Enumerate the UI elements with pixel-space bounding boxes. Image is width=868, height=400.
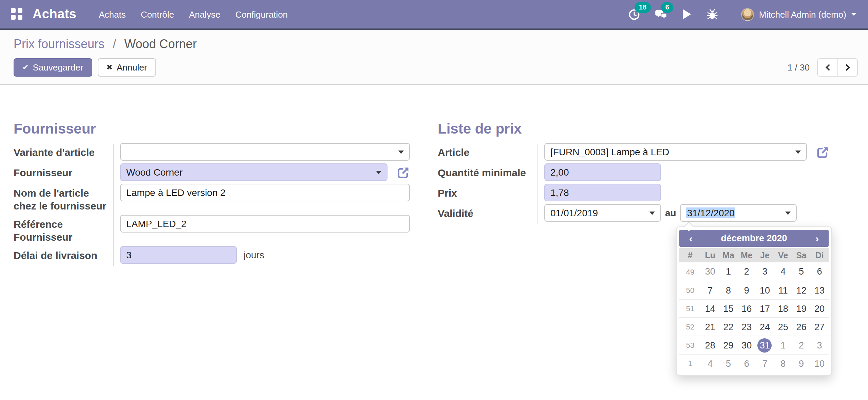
delay-input[interactable]: 3 (120, 246, 237, 264)
vendor-select[interactable]: Wood Corner (120, 163, 388, 181)
date-start-input[interactable]: 01/01/2019 (544, 204, 661, 222)
breadcrumb-current: Wood Corner (124, 37, 196, 51)
apps-menu-icon[interactable] (11, 8, 23, 20)
datepicker-weekday-row: #LuMaMeJeVeSaDi (679, 248, 829, 262)
calendar-day[interactable]: 21 (701, 320, 719, 334)
calendar-day[interactable]: 24 (756, 320, 774, 334)
date-end-input[interactable]: 31/12/2020 (680, 204, 797, 222)
calendar-day[interactable]: 3 (810, 338, 829, 352)
label-validite: Validité (438, 204, 537, 222)
calendar-day[interactable]: 9 (792, 356, 811, 371)
price-input[interactable]: 1,78 (544, 184, 661, 201)
app-brand[interactable]: Achats (33, 7, 76, 22)
calendar-day[interactable]: 6 (810, 264, 829, 279)
save-button[interactable]: ✔ Sauvegarder (14, 58, 92, 77)
calendar-day[interactable]: 30 (701, 264, 719, 279)
calendar-day[interactable]: 2 (792, 338, 811, 352)
activities-button[interactable]: 18 (621, 8, 648, 20)
calendar-week-row: 49 30 1 2 3 4 5 6 (679, 262, 829, 281)
calendar-day[interactable]: 15 (719, 301, 738, 316)
calendar-day[interactable]: 10 (756, 283, 774, 297)
calendar-day[interactable]: 6 (737, 356, 756, 371)
product-select[interactable]: [FURN_0003] Lampe à LED (544, 143, 807, 161)
calendar-day[interactable]: 30 (737, 338, 756, 352)
calendar-day[interactable]: 28 (701, 338, 719, 352)
breadcrumb-separator: / (113, 37, 116, 51)
variant-select[interactable] (120, 143, 410, 161)
calendar-day[interactable]: 25 (774, 320, 792, 334)
calendar-day[interactable]: 13 (810, 283, 829, 297)
calendar-day[interactable]: 20 (810, 301, 829, 316)
calendar-day[interactable]: 7 (701, 283, 719, 297)
calendar-day[interactable]: 8 (774, 356, 792, 371)
debug-button[interactable] (699, 8, 726, 20)
calendar-day[interactable]: 9 (737, 283, 756, 297)
calendar-day[interactable]: 5 (719, 356, 738, 371)
pager-previous-button[interactable] (818, 59, 837, 76)
menu-controle[interactable]: Contrôle (133, 0, 182, 28)
calendar-week-row: 51 14 15 16 17 18 19 20 (679, 299, 829, 317)
cancel-button[interactable]: ✖ Annuler (97, 58, 156, 77)
calendar-day[interactable]: 4 (774, 264, 792, 279)
dropdown-caret-icon (376, 171, 381, 174)
pager-value[interactable]: 1 / 30 (788, 62, 810, 73)
datepicker-prev-button[interactable]: ‹ (679, 230, 702, 247)
datepicker-month-label[interactable]: décembre 2020 (702, 233, 806, 243)
calendar-day[interactable]: 11 (774, 283, 792, 297)
vendor-external-link-button[interactable] (397, 166, 410, 179)
calendar-day[interactable]: 4 (701, 356, 719, 371)
datepicker-next-button[interactable]: › (806, 230, 829, 247)
product-external-link-button[interactable] (816, 145, 829, 158)
delay-unit-label: jours (244, 249, 264, 260)
play-tutorial-button[interactable] (675, 9, 699, 20)
calendar-day[interactable]: 12 (792, 283, 811, 297)
breadcrumb: Prix fournisseurs / Wood Corner (14, 37, 858, 52)
calendar-day[interactable]: 10 (810, 356, 829, 371)
label-variante-article: Variante d'article (14, 143, 113, 161)
control-panel: Prix fournisseurs / Wood Corner ✔ Sauveg… (0, 30, 868, 85)
dropdown-caret-icon (398, 150, 404, 154)
pager-next-button[interactable] (837, 59, 857, 76)
product-name-input[interactable]: Lampe à LED version 2 (120, 184, 410, 201)
check-icon: ✔ (22, 63, 29, 72)
menu-configuration[interactable]: Configuration (228, 0, 295, 28)
min-qty-input[interactable]: 2,00 (544, 163, 661, 181)
group-liste-de-prix: Liste de prix Article [FURN_0003] Lampe … (438, 121, 868, 224)
chevron-right-icon (843, 64, 850, 71)
vendor-code-input[interactable]: LAMP_LED_2 (120, 215, 410, 233)
calendar-day[interactable]: 5 (792, 264, 811, 279)
label-nom-article-fournisseur: Nom de l'article chez le fournisseur (14, 184, 113, 212)
datepicker-header: ‹ décembre 2020 › (679, 230, 829, 247)
week-number: 52 (679, 323, 701, 331)
calendar-day[interactable]: 18 (774, 301, 792, 316)
systray: 18 6 (621, 8, 858, 21)
calendar-day[interactable]: 8 (719, 283, 738, 297)
calendar-day[interactable]: 19 (792, 301, 811, 316)
messages-button[interactable]: 6 (648, 8, 675, 20)
calendar-day[interactable]: 27 (810, 320, 829, 334)
date-range-separator: au (665, 207, 676, 218)
calendar-day[interactable]: 1 (774, 338, 792, 352)
calendar-day[interactable]: 7 (756, 356, 774, 371)
week-number: 49 (679, 267, 701, 276)
calendar-day[interactable]: 23 (737, 320, 756, 334)
user-menu[interactable]: Mitchell Admin (demo) (726, 8, 858, 21)
calendar-day[interactable]: 29 (719, 338, 738, 352)
calendar-day[interactable]: 2 (737, 264, 756, 279)
calendar-day[interactable]: 17 (756, 301, 774, 316)
group-title: Fournisseur (14, 121, 434, 137)
cross-icon: ✖ (106, 63, 112, 72)
breadcrumb-parent[interactable]: Prix fournisseurs (14, 37, 105, 51)
calendar-day[interactable]: 14 (701, 301, 719, 316)
calendar-day[interactable]: 3 (756, 264, 774, 279)
menu-achats[interactable]: Achats (91, 0, 133, 28)
play-triangle-icon (682, 9, 692, 20)
calendar-day[interactable]: 22 (719, 320, 738, 334)
group-fournisseur: Fournisseur Variante d'article Fournisse… (14, 121, 434, 266)
selected-day[interactable]: 31 (756, 338, 774, 352)
menu-analyse[interactable]: Analyse (182, 0, 228, 28)
calendar-day[interactable]: 1 (719, 264, 738, 279)
calendar-day[interactable]: 16 (737, 301, 756, 316)
label-prix: Prix (438, 184, 537, 201)
calendar-day[interactable]: 26 (792, 320, 811, 334)
